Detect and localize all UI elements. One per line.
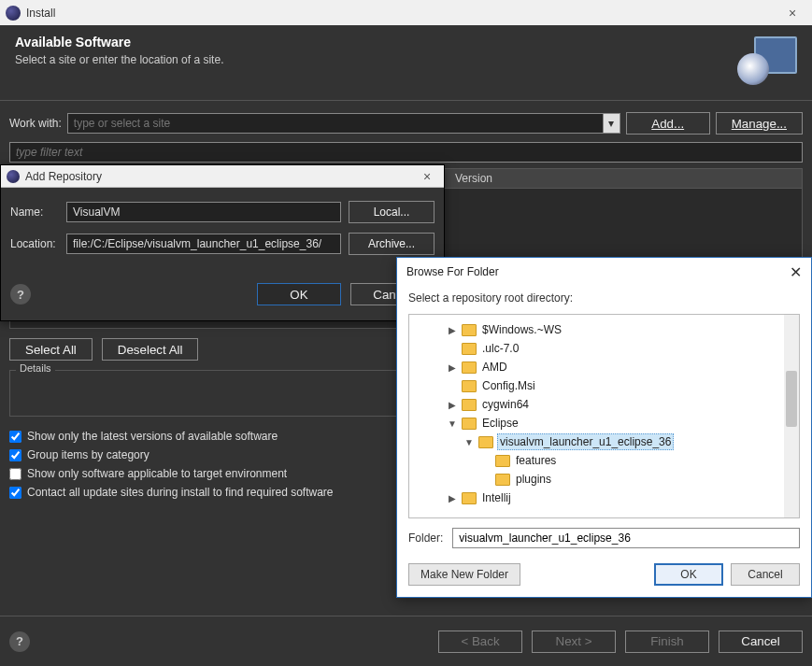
repo-location-input[interactable]: [66, 234, 341, 254]
folder-input[interactable]: [452, 528, 800, 548]
browse-titlebar: Browse For Folder ✕: [397, 258, 811, 286]
browse-folder-dialog: Browse For Folder ✕ Select a repository …: [396, 257, 812, 598]
workwith-combo[interactable]: ▾: [67, 113, 620, 134]
tree-item[interactable]: plugins: [413, 470, 780, 489]
eclipse-icon: [7, 170, 20, 183]
chevron-right-icon[interactable]: ▶: [447, 362, 458, 373]
help-icon[interactable]: ?: [9, 631, 30, 652]
archive-button[interactable]: Archive...: [349, 233, 434, 255]
close-icon[interactable]: ✕: [790, 263, 802, 281]
folder-icon: [495, 474, 510, 486]
help-icon[interactable]: ?: [10, 284, 31, 305]
chevron-right-icon[interactable]: ▶: [447, 325, 458, 335]
scrollbar-thumb[interactable]: [786, 371, 797, 427]
repo-location-label: Location:: [10, 237, 59, 250]
repo-name-label: Name:: [10, 205, 59, 219]
tree-item[interactable]: Config.Msi: [413, 376, 780, 395]
tree-item-label: plugins: [514, 472, 553, 487]
opt-applicable-checkbox[interactable]: [9, 468, 21, 480]
browse-message: Select a repository root directory:: [397, 286, 811, 314]
folder-tree[interactable]: ▶$Windows.~WS.ulc-7.0▶AMDConfig.Msi▶cygw…: [409, 315, 784, 517]
folder-label: Folder:: [408, 531, 443, 545]
tree-item-label: Eclipse: [480, 416, 520, 431]
tree-item[interactable]: ▶cygwin64: [413, 395, 780, 414]
manage-button[interactable]: Manage...: [716, 112, 803, 135]
close-icon[interactable]: ×: [416, 169, 438, 184]
tree-item[interactable]: ▶$Windows.~WS: [413, 320, 780, 339]
folder-tree-wrap: ▶$Windows.~WS.ulc-7.0▶AMDConfig.Msi▶cygw…: [408, 314, 800, 518]
tree-item-label: AMD: [480, 360, 509, 375]
wizard-button-bar: ? < Back Next > Finish Cancel: [0, 616, 812, 666]
opt-latest-checkbox[interactable]: [9, 431, 21, 443]
tree-item-label: visualvm_launcher_u1_eclipse_36: [497, 433, 674, 450]
details-legend: Details: [16, 362, 55, 374]
ok-button[interactable]: OK: [257, 283, 341, 305]
deselect-all-button[interactable]: Deselect All: [102, 338, 199, 361]
chevron-down-icon[interactable]: ▼: [463, 437, 475, 447]
repo-title: Add Repository: [25, 170, 416, 183]
browse-title: Browse For Folder: [406, 265, 790, 278]
folder-icon: [495, 455, 510, 467]
window-title: Install: [26, 7, 778, 20]
eclipse-icon: [6, 6, 21, 21]
folder-icon: [462, 324, 477, 336]
add-button[interactable]: Add...: [626, 112, 710, 135]
close-icon[interactable]: ×: [778, 6, 806, 21]
chevron-right-icon[interactable]: ▶: [447, 493, 458, 503]
tree-item-label: Config.Msi: [480, 378, 537, 393]
workwith-input[interactable]: [68, 114, 603, 133]
next-button[interactable]: Next >: [532, 631, 616, 653]
chevron-right-icon[interactable]: ▶: [447, 400, 458, 410]
ok-button[interactable]: OK: [654, 563, 723, 586]
select-all-button[interactable]: Select All: [9, 338, 93, 361]
opt-group-checkbox[interactable]: [9, 449, 21, 461]
tree-item[interactable]: ▶Intellij: [413, 489, 780, 507]
tree-item-label: Intellij: [480, 490, 513, 505]
page-title: Available Software: [15, 35, 726, 50]
tree-item-label: features: [514, 453, 558, 468]
folder-icon: [462, 343, 477, 355]
folder-icon: [478, 436, 493, 448]
wizard-image: [737, 35, 797, 85]
tree-item[interactable]: ▼visualvm_launcher_u1_eclipse_36: [413, 432, 780, 451]
finish-button[interactable]: Finish: [625, 631, 709, 653]
scrollbar[interactable]: [784, 315, 799, 517]
add-repository-dialog: Add Repository × Name: Local... Location…: [0, 164, 445, 321]
folder-icon: [462, 492, 477, 504]
tree-item[interactable]: ▼Eclipse: [413, 414, 780, 432]
workwith-label: Work with:: [9, 117, 62, 130]
repo-name-input[interactable]: [66, 202, 341, 222]
chevron-down-icon[interactable]: ▾: [603, 114, 620, 133]
wizard-header: Available Software Select a site or ente…: [0, 25, 812, 101]
back-button[interactable]: < Back: [438, 631, 522, 653]
folder-icon: [462, 418, 477, 430]
tree-item[interactable]: ▶AMD: [413, 358, 780, 376]
opt-contact-checkbox[interactable]: [9, 487, 21, 499]
folder-icon: [462, 399, 477, 411]
cancel-button[interactable]: Cancel: [731, 563, 800, 586]
local-button[interactable]: Local...: [349, 201, 434, 223]
page-subtitle: Select a site or enter the location of a…: [15, 53, 726, 66]
filter-input[interactable]: [9, 142, 803, 163]
tree-item-label: $Windows.~WS: [480, 322, 563, 337]
tree-item[interactable]: .ulc-7.0: [413, 339, 780, 358]
tree-item[interactable]: features: [413, 451, 780, 470]
titlebar: Install ×: [0, 0, 812, 25]
repo-titlebar: Add Repository ×: [1, 165, 444, 188]
cancel-button[interactable]: Cancel: [719, 631, 803, 653]
tree-item-label: cygwin64: [480, 397, 531, 412]
make-new-folder-button[interactable]: Make New Folder: [408, 563, 520, 586]
chevron-down-icon[interactable]: ▼: [447, 418, 458, 429]
folder-icon: [462, 380, 477, 392]
tree-item-label: .ulc-7.0: [480, 341, 520, 356]
tree-col-version[interactable]: Version: [449, 172, 802, 185]
folder-icon: [462, 361, 477, 374]
